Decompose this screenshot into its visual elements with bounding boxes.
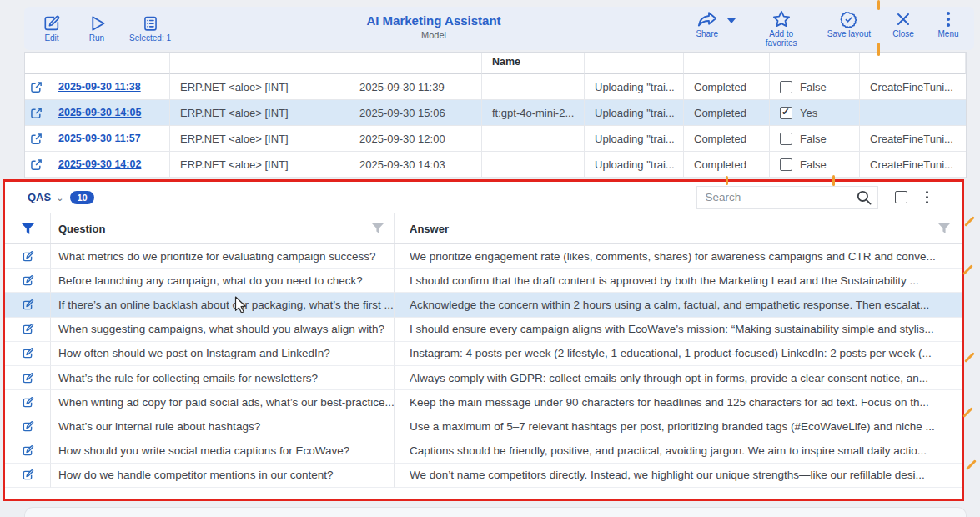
filter-icon-active[interactable] [22,223,34,234]
qas-row[interactable]: How do we handle competitor mentions in … [5,464,962,488]
start-time-link[interactable]: 2025-09-30 11:38 [58,81,141,93]
qas-menu-dots-icon[interactable] [924,189,931,206]
share-button[interactable]: Share [695,9,720,39]
answer-cell[interactable]: Use a maximum of 5–7 relevant hashtags p… [395,414,962,439]
qas-row[interactable]: Before launching any campaign, what do y… [5,269,962,293]
qas-row[interactable]: When writing ad copy for paid social ads… [5,390,962,414]
edit-row-cell[interactable] [5,439,51,464]
annotation-orange-mark [877,0,880,10]
answer-cell[interactable]: We don’t name competitors directly. Inst… [395,464,962,488]
question-filter-icon[interactable] [372,223,384,233]
answer-cell[interactable]: Always comply with GDPR: collect emails … [395,366,962,390]
answer-cell[interactable]: I should confirm that the draft content … [395,269,962,293]
qas-row[interactable]: If there’s an online backlash about our … [5,293,962,317]
question-column-header[interactable]: Question [51,213,395,243]
end-time-cell: 2025-09-30 15:06 [349,100,482,126]
edit-button[interactable]: Edit [39,13,64,43]
question-cell[interactable]: How often should we post on Instagram an… [51,342,395,366]
edit-row-icon[interactable] [22,323,34,335]
add-to-favorites-button[interactable]: Add to favorites [756,9,807,48]
answer-cell[interactable]: Acknowledge the concern within 2 hours u… [395,293,962,317]
answer-cell[interactable]: Instagram: 4 posts per week (2 lifestyle… [395,342,962,366]
runs-header-status[interactable] [684,53,770,74]
edit-row-cell[interactable] [5,342,51,366]
filter-column-header[interactable] [5,213,51,243]
search-icon[interactable] [856,189,872,206]
answer-cell[interactable]: Captions should be friendly, positive, a… [395,439,962,464]
qas-grid-header: Question Answer [5,213,962,244]
edit-row-cell[interactable] [5,318,51,342]
runs-header-flag[interactable] [770,53,860,74]
edit-row-cell[interactable] [5,390,51,414]
start-time-link[interactable]: 2025-09-30 11:57 [58,133,141,144]
runs-header-upload[interactable] [585,53,684,74]
answer-cell[interactable]: We prioritize engagement rate (likes, co… [395,244,962,269]
edit-row-cell[interactable] [5,414,51,439]
question-cell[interactable]: When writing ad copy for paid social ads… [51,390,395,414]
question-cell[interactable]: If there’s an online backlash about our … [51,293,395,317]
menu-button[interactable]: Menu [936,9,961,39]
flag-checkbox[interactable] [780,158,792,171]
runs-header-started[interactable] [48,53,170,74]
open-record-cell[interactable] [25,126,48,152]
edit-row-icon[interactable] [22,469,34,481]
runs-header-name[interactable]: Name [482,53,585,74]
qas-row[interactable]: What’s the rule for collecting emails fo… [5,366,962,390]
edit-row-icon[interactable] [22,250,34,263]
question-cell[interactable]: How should you write social media captio… [51,439,395,464]
question-cell[interactable]: Before launching any campaign, what do y… [51,269,395,293]
flag-checkbox[interactable] [780,81,792,93]
edit-row-cell[interactable] [5,366,51,390]
edit-row-cell[interactable] [5,293,51,317]
menu-label: Menu [937,30,958,39]
external-link-icon[interactable] [30,107,43,119]
start-time-link[interactable]: 2025-09-30 14:02 [58,158,141,170]
answer-filter-icon[interactable] [938,223,950,233]
question-cell[interactable]: What’s our internal rule about hashtags? [51,414,395,439]
edit-row-cell[interactable] [5,269,51,293]
chevron-down-icon[interactable]: ⌄ [56,193,63,203]
run-button[interactable]: Run [84,13,109,43]
qas-row[interactable]: What metrics do we prioritize for evalua… [5,244,962,269]
qas-row[interactable]: How should you write social media captio… [5,439,962,464]
selected-button[interactable]: Selected: 1 [129,13,171,43]
flag-checkbox[interactable] [780,133,792,145]
question-cell[interactable]: How do we handle competitor mentions in … [51,464,395,488]
open-record-cell[interactable] [25,152,48,178]
qas-title[interactable]: QAS [28,191,51,203]
question-cell[interactable]: What metrics do we prioritize for evalua… [51,244,395,269]
answer-cell[interactable]: I should ensure every campaign aligns wi… [395,318,962,342]
question-cell[interactable]: When suggesting campaigns, what should y… [51,318,395,342]
search-input[interactable] [696,186,878,209]
runs-header-action[interactable] [860,53,966,74]
close-button[interactable]: Close [891,9,916,39]
question-cell[interactable]: What’s the rule for collecting emails fo… [51,366,395,390]
share-dropdown-caret[interactable] [727,18,736,23]
qas-row[interactable]: How often should we post on Instagram an… [5,342,962,366]
edit-row-cell[interactable] [5,464,51,488]
start-time-link[interactable]: 2025-09-30 14:05 [58,107,141,118]
runs-header-finished[interactable] [349,53,482,74]
qas-row[interactable]: What’s our internal rule about hashtags?… [5,414,962,439]
open-record-cell[interactable] [25,74,48,100]
save-layout-button[interactable]: Save layout [827,9,871,39]
edit-row-icon[interactable] [22,274,34,287]
answer-column-header[interactable]: Answer [395,213,962,243]
flag-checkbox[interactable] [780,107,792,119]
edit-row-icon[interactable] [22,444,34,457]
external-link-icon[interactable] [30,133,43,145]
mouse-cursor [234,296,249,313]
external-link-icon[interactable] [30,158,43,171]
edit-row-icon[interactable] [22,420,34,433]
qas-row[interactable]: When suggesting campaigns, what should y… [5,318,962,342]
maximize-icon[interactable] [895,191,907,203]
answer-cell[interactable]: Keep the main message under 90 character… [395,390,962,414]
external-link-icon[interactable] [30,81,43,93]
edit-row-icon[interactable] [22,299,34,311]
edit-row-icon[interactable] [22,396,34,409]
edit-row-icon[interactable] [22,347,34,359]
open-record-cell[interactable] [25,100,48,126]
edit-row-cell[interactable] [5,244,51,269]
edit-row-icon[interactable] [22,372,34,384]
runs-header-system[interactable] [170,53,349,74]
